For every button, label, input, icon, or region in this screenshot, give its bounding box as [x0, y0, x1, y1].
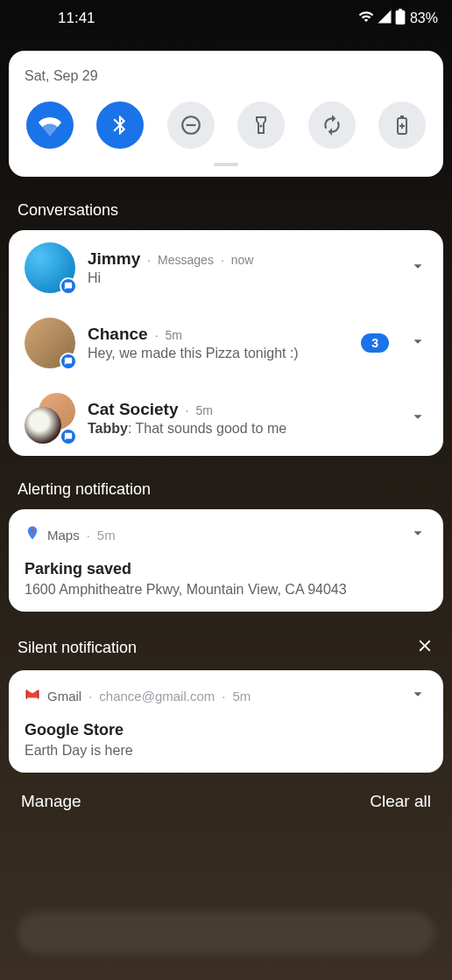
messages-app-badge-icon	[60, 277, 77, 295]
section-header-silent: Silent notification	[0, 612, 452, 670]
section-title: Conversations	[18, 201, 118, 220]
messages-app-badge-icon	[60, 353, 77, 370]
conversation-time: 5m	[166, 328, 182, 342]
conversation-time: 5m	[195, 403, 212, 417]
qs-date: Sat, Sep 29	[25, 68, 427, 84]
close-icon[interactable]	[415, 636, 434, 660]
wifi-icon	[358, 9, 374, 28]
status-indicators: 83%	[358, 9, 438, 28]
qs-tiles-row	[25, 102, 427, 149]
notification-app: Gmail	[47, 689, 81, 704]
avatar	[25, 242, 75, 293]
conversation-name: Jimmy	[88, 249, 140, 269]
messages-app-badge-icon	[60, 428, 77, 445]
clear-all-button[interactable]: Clear all	[370, 792, 431, 811]
drag-handle[interactable]	[214, 163, 238, 166]
conversation-app: Messages	[158, 253, 214, 267]
avatar-group	[25, 393, 75, 444]
conversation-body: Cat Society · 5m Tabby: That sounds good…	[88, 400, 396, 437]
notification-account: chance@gmail.com	[99, 689, 215, 704]
chevron-down-icon[interactable]	[408, 407, 427, 430]
notification-body: 1600 Amphitheatre Pkwy, Mountain View, C…	[25, 582, 427, 598]
svg-point-7	[31, 529, 34, 533]
chevron-down-icon[interactable]	[408, 332, 427, 354]
signal-icon	[377, 9, 392, 28]
section-header-alerting: Alerting notification	[0, 456, 452, 509]
conversation-item[interactable]: Jimmy · Messages · now Hi	[9, 230, 443, 305]
conversation-message: Tabby: That sounds good to me	[88, 421, 396, 437]
conversation-name: Chance	[88, 325, 148, 344]
conversation-name: Cat Society	[88, 400, 178, 419]
battery-icon	[395, 9, 406, 28]
qs-tile-bluetooth[interactable]	[96, 102, 144, 149]
section-title: Alerting notification	[18, 480, 151, 499]
conversation-body: Chance · 5m Hey, we made this Pizza toni…	[88, 325, 349, 361]
silent-notification-card[interactable]: Gmail · chance@gmail.com · 5m Google Sto…	[9, 670, 443, 773]
qs-tile-wifi[interactable]	[26, 102, 74, 149]
status-time: 11:41	[58, 10, 95, 27]
notification-app: Maps	[47, 528, 80, 542]
conversation-item[interactable]: Chance · 5m Hey, we made this Pizza toni…	[9, 305, 443, 381]
quick-settings-panel: Sat, Sep 29	[9, 51, 443, 177]
unread-count-badge: 3	[361, 333, 389, 353]
notification-title: Google Store	[25, 721, 427, 739]
alerting-notification-card[interactable]: Maps · 5m Parking saved 1600 Amphitheatr…	[9, 509, 443, 612]
message-author: Tabby	[88, 421, 128, 436]
qs-tile-dnd[interactable]	[167, 102, 215, 149]
gmail-icon	[25, 686, 40, 705]
conversation-message: Hi	[88, 270, 396, 286]
chevron-down-icon[interactable]	[408, 523, 427, 546]
chevron-down-icon[interactable]	[408, 256, 427, 279]
conversation-message: Hey, we made this Pizza tonight :)	[88, 346, 349, 361]
notification-body: Earth Day is here	[25, 743, 427, 759]
battery-percentage: 83%	[410, 10, 438, 26]
qs-tile-flashlight[interactable]	[237, 102, 285, 149]
section-header-conversations: Conversations	[0, 177, 452, 230]
qs-tile-battery-saver[interactable]	[378, 102, 426, 149]
dock-blur	[18, 912, 434, 954]
avatar	[25, 318, 75, 368]
notification-time: 5m	[97, 528, 116, 542]
manage-button[interactable]: Manage	[21, 792, 81, 811]
conversations-card: Jimmy · Messages · now Hi Chance · 5m He…	[9, 230, 443, 456]
status-bar: 11:41 83%	[0, 0, 452, 33]
notification-time: 5m	[232, 689, 251, 704]
chevron-down-icon[interactable]	[408, 684, 427, 707]
section-title: Silent notification	[18, 639, 137, 657]
qs-tile-autorotate[interactable]	[308, 102, 356, 149]
maps-icon	[25, 525, 40, 544]
notification-title: Parking saved	[25, 560, 427, 578]
conversation-time: now	[231, 253, 254, 267]
footer-bar: Manage Clear all	[0, 773, 452, 830]
conversation-body: Jimmy · Messages · now Hi	[88, 249, 396, 286]
conversation-item[interactable]: Cat Society · 5m Tabby: That sounds good…	[9, 381, 443, 456]
